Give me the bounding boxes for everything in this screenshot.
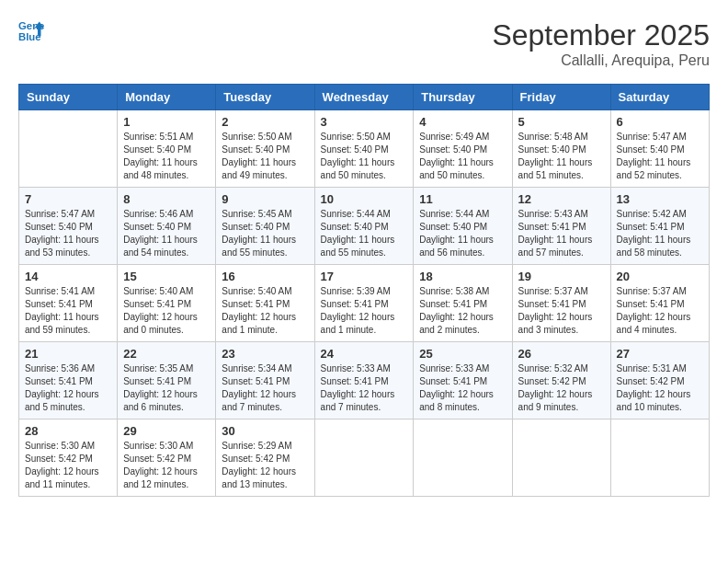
day-number: 20 [617, 270, 703, 283]
day-info: Sunrise: 5:30 AM Sunset: 5:42 PM Dayligh… [123, 440, 210, 491]
day-info: Sunrise: 5:37 AM Sunset: 5:41 PM Dayligh… [518, 285, 605, 337]
calendar-cell [414, 419, 512, 497]
calendar-cell: 9Sunrise: 5:45 AM Sunset: 5:40 PM Daylig… [216, 188, 314, 265]
day-info: Sunrise: 5:48 AM Sunset: 5:40 PM Dayligh… [518, 131, 605, 182]
calendar-cell: 26Sunrise: 5:32 AM Sunset: 5:42 PM Dayli… [512, 342, 610, 419]
weekday-header-row: SundayMondayTuesdayWednesdayThursdayFrid… [19, 85, 710, 110]
calendar-cell: 18Sunrise: 5:38 AM Sunset: 5:41 PM Dayli… [414, 265, 512, 342]
day-number: 14 [25, 270, 111, 283]
day-info: Sunrise: 5:42 AM Sunset: 5:41 PM Dayligh… [617, 208, 703, 259]
logo-icon: General Blue [18, 18, 44, 44]
day-info: Sunrise: 5:33 AM Sunset: 5:41 PM Dayligh… [419, 362, 506, 414]
weekday-header-sunday: Sunday [19, 85, 118, 110]
calendar-cell: 1Sunrise: 5:51 AM Sunset: 5:40 PM Daylig… [118, 110, 216, 188]
calendar-cell: 21Sunrise: 5:36 AM Sunset: 5:41 PM Dayli… [19, 342, 118, 419]
day-info: Sunrise: 5:36 AM Sunset: 5:41 PM Dayligh… [25, 362, 111, 414]
title-block: September 2025 Callalli, Arequipa, Peru [492, 18, 710, 69]
calendar-cell: 2Sunrise: 5:50 AM Sunset: 5:40 PM Daylig… [216, 110, 314, 188]
day-number: 26 [518, 347, 605, 361]
day-info: Sunrise: 5:50 AM Sunset: 5:40 PM Dayligh… [321, 131, 408, 182]
week-row-5: 28Sunrise: 5:30 AM Sunset: 5:42 PM Dayli… [19, 419, 710, 497]
logo: General Blue [18, 18, 44, 44]
calendar-cell: 30Sunrise: 5:29 AM Sunset: 5:42 PM Dayli… [216, 419, 314, 497]
day-info: Sunrise: 5:30 AM Sunset: 5:42 PM Dayligh… [25, 440, 111, 491]
day-number: 1 [123, 115, 210, 129]
day-info: Sunrise: 5:46 AM Sunset: 5:40 PM Dayligh… [123, 208, 210, 259]
day-number: 10 [321, 192, 408, 206]
day-number: 25 [419, 347, 506, 361]
calendar-cell: 13Sunrise: 5:42 AM Sunset: 5:41 PM Dayli… [610, 188, 709, 265]
day-info: Sunrise: 5:31 AM Sunset: 5:42 PM Dayligh… [617, 362, 703, 414]
day-info: Sunrise: 5:37 AM Sunset: 5:41 PM Dayligh… [617, 285, 703, 337]
week-row-1: 1Sunrise: 5:51 AM Sunset: 5:40 PM Daylig… [19, 110, 710, 188]
day-number: 4 [419, 115, 506, 129]
day-number: 5 [518, 115, 605, 129]
day-info: Sunrise: 5:47 AM Sunset: 5:40 PM Dayligh… [617, 131, 703, 182]
calendar-cell [610, 419, 709, 497]
day-number: 17 [321, 270, 408, 283]
calendar-cell: 23Sunrise: 5:34 AM Sunset: 5:41 PM Dayli… [216, 342, 314, 419]
calendar-cell: 12Sunrise: 5:43 AM Sunset: 5:41 PM Dayli… [512, 188, 610, 265]
day-number: 15 [123, 270, 210, 283]
day-info: Sunrise: 5:51 AM Sunset: 5:40 PM Dayligh… [123, 131, 210, 182]
calendar-cell: 17Sunrise: 5:39 AM Sunset: 5:41 PM Dayli… [314, 265, 414, 342]
calendar-cell: 7Sunrise: 5:47 AM Sunset: 5:40 PM Daylig… [19, 188, 118, 265]
calendar-cell: 25Sunrise: 5:33 AM Sunset: 5:41 PM Dayli… [414, 342, 512, 419]
day-number: 27 [617, 347, 703, 361]
day-info: Sunrise: 5:49 AM Sunset: 5:40 PM Dayligh… [419, 131, 506, 182]
day-number: 30 [222, 424, 308, 438]
day-info: Sunrise: 5:33 AM Sunset: 5:41 PM Dayligh… [321, 362, 408, 414]
day-number: 23 [222, 347, 308, 361]
day-info: Sunrise: 5:32 AM Sunset: 5:42 PM Dayligh… [518, 362, 605, 414]
day-info: Sunrise: 5:40 AM Sunset: 5:41 PM Dayligh… [123, 285, 210, 337]
day-number: 7 [25, 192, 111, 206]
day-number: 9 [222, 192, 308, 206]
calendar-cell [314, 419, 414, 497]
calendar-cell: 20Sunrise: 5:37 AM Sunset: 5:41 PM Dayli… [610, 265, 709, 342]
week-row-2: 7Sunrise: 5:47 AM Sunset: 5:40 PM Daylig… [19, 188, 710, 265]
day-info: Sunrise: 5:38 AM Sunset: 5:41 PM Dayligh… [419, 285, 506, 337]
calendar-cell: 5Sunrise: 5:48 AM Sunset: 5:40 PM Daylig… [512, 110, 610, 188]
day-info: Sunrise: 5:40 AM Sunset: 5:41 PM Dayligh… [222, 285, 308, 337]
day-number: 12 [518, 192, 605, 206]
calendar-cell: 16Sunrise: 5:40 AM Sunset: 5:41 PM Dayli… [216, 265, 314, 342]
svg-text:Blue: Blue [18, 31, 41, 42]
day-info: Sunrise: 5:34 AM Sunset: 5:41 PM Dayligh… [222, 362, 308, 414]
calendar-cell [19, 110, 118, 188]
day-number: 8 [123, 192, 210, 206]
month-title: September 2025 [492, 18, 710, 52]
day-info: Sunrise: 5:44 AM Sunset: 5:40 PM Dayligh… [419, 208, 506, 259]
day-number: 2 [222, 115, 308, 129]
calendar-cell [512, 419, 610, 497]
weekday-header-tuesday: Tuesday [216, 85, 314, 110]
week-row-3: 14Sunrise: 5:41 AM Sunset: 5:41 PM Dayli… [19, 265, 710, 342]
day-number: 18 [419, 270, 506, 283]
day-number: 16 [222, 270, 308, 283]
calendar-cell: 15Sunrise: 5:40 AM Sunset: 5:41 PM Dayli… [118, 265, 216, 342]
weekday-header-wednesday: Wednesday [314, 85, 414, 110]
week-row-4: 21Sunrise: 5:36 AM Sunset: 5:41 PM Dayli… [19, 342, 710, 419]
weekday-header-saturday: Saturday [610, 85, 709, 110]
day-info: Sunrise: 5:29 AM Sunset: 5:42 PM Dayligh… [222, 440, 308, 491]
calendar-cell: 10Sunrise: 5:44 AM Sunset: 5:40 PM Dayli… [314, 188, 414, 265]
day-info: Sunrise: 5:47 AM Sunset: 5:40 PM Dayligh… [25, 208, 111, 259]
weekday-header-friday: Friday [512, 85, 610, 110]
day-info: Sunrise: 5:41 AM Sunset: 5:41 PM Dayligh… [25, 285, 111, 337]
calendar-cell: 8Sunrise: 5:46 AM Sunset: 5:40 PM Daylig… [118, 188, 216, 265]
calendar-cell: 4Sunrise: 5:49 AM Sunset: 5:40 PM Daylig… [414, 110, 512, 188]
day-number: 13 [617, 192, 703, 206]
calendar-cell: 24Sunrise: 5:33 AM Sunset: 5:41 PM Dayli… [314, 342, 414, 419]
location-title: Callalli, Arequipa, Peru [492, 52, 710, 69]
day-info: Sunrise: 5:39 AM Sunset: 5:41 PM Dayligh… [321, 285, 408, 337]
calendar-cell: 14Sunrise: 5:41 AM Sunset: 5:41 PM Dayli… [19, 265, 118, 342]
day-number: 21 [25, 347, 111, 361]
day-info: Sunrise: 5:50 AM Sunset: 5:40 PM Dayligh… [222, 131, 308, 182]
calendar-cell: 22Sunrise: 5:35 AM Sunset: 5:41 PM Dayli… [118, 342, 216, 419]
day-number: 3 [321, 115, 408, 129]
calendar-cell: 27Sunrise: 5:31 AM Sunset: 5:42 PM Dayli… [610, 342, 709, 419]
day-number: 11 [419, 192, 506, 206]
calendar-cell: 6Sunrise: 5:47 AM Sunset: 5:40 PM Daylig… [610, 110, 709, 188]
calendar-table: SundayMondayTuesdayWednesdayThursdayFrid… [18, 84, 710, 497]
day-info: Sunrise: 5:35 AM Sunset: 5:41 PM Dayligh… [123, 362, 210, 414]
weekday-header-thursday: Thursday [414, 85, 512, 110]
